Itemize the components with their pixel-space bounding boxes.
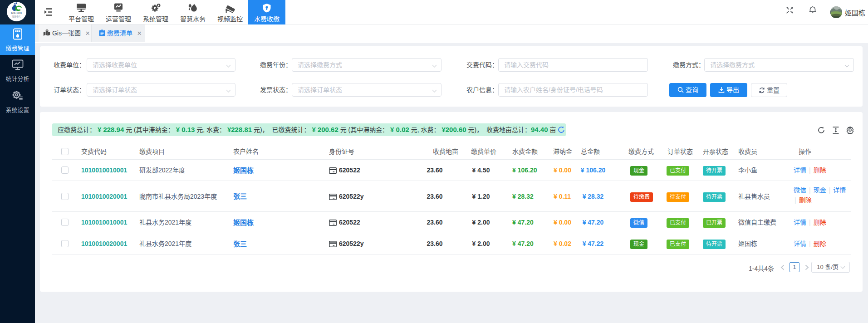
svg-text:瑞恩电气: 瑞恩电气 — [12, 15, 20, 18]
svg-text:RIEON: RIEON — [11, 11, 22, 15]
